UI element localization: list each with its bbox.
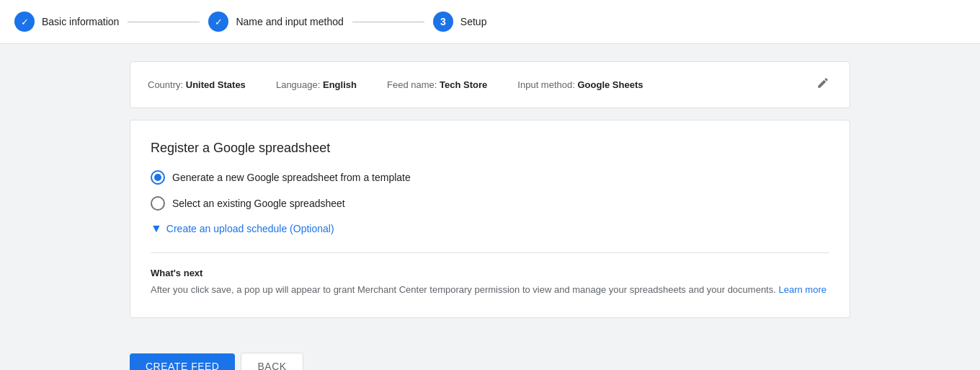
- whats-next-title: What's next: [151, 268, 829, 278]
- edit-icon: [816, 76, 829, 89]
- feed-name-field: Feed name: Tech Store: [387, 79, 490, 90]
- info-card: Country: United States Language: English…: [130, 61, 850, 108]
- info-card-text: Country: United States Language: English…: [148, 79, 814, 90]
- step-1-icon: ✓: [14, 12, 35, 32]
- input-method-label: Input method:: [517, 79, 575, 90]
- step-2-icon: ✓: [208, 12, 228, 32]
- action-buttons: CREATE FEED BACK: [0, 353, 980, 371]
- country-label: Country:: [148, 79, 183, 90]
- setup-card-title: Register a Google spreadsheet: [151, 141, 829, 156]
- radio-option-2[interactable]: Select an existing Google spreadsheet: [151, 196, 829, 211]
- whats-next-section: What's next After you click save, a pop …: [151, 268, 829, 297]
- step-1-label: Basic information: [42, 16, 119, 27]
- country-field: Country: United States: [148, 79, 248, 90]
- feed-name-label: Feed name:: [387, 79, 437, 90]
- step-1-checkmark: ✓: [21, 17, 29, 27]
- step-3-number: 3: [440, 16, 446, 27]
- whats-next-description: After you click save, a pop up will appe…: [151, 283, 829, 297]
- back-button[interactable]: BACK: [241, 353, 303, 371]
- step-3: 3 Setup: [433, 12, 487, 32]
- upload-schedule-label: Create an upload schedule (Optional): [166, 223, 334, 234]
- chevron-down-icon: ▼: [151, 222, 162, 235]
- step-1: ✓ Basic information: [14, 12, 119, 32]
- radio-2-circle[interactable]: [151, 196, 165, 211]
- feed-name-value: Tech Store: [440, 79, 487, 90]
- language-value: English: [323, 79, 357, 90]
- input-method-value: Google Sheets: [577, 79, 643, 90]
- edit-button[interactable]: [814, 74, 832, 96]
- step-connector-1: [128, 22, 200, 22]
- language-label: Language:: [276, 79, 320, 90]
- divider: [151, 252, 829, 253]
- step-2-checkmark: ✓: [215, 17, 223, 27]
- step-connector-2: [352, 22, 424, 22]
- radio-1-label: Generate a new Google spreadsheet from a…: [172, 172, 411, 183]
- step-3-label: Setup: [460, 16, 487, 27]
- upload-schedule[interactable]: ▼ Create an upload schedule (Optional): [151, 222, 829, 235]
- input-method-field: Input method: Google Sheets: [517, 79, 643, 90]
- radio-1-inner: [154, 174, 161, 181]
- learn-more-link[interactable]: Learn more: [778, 284, 826, 295]
- step-2-label: Name and input method: [236, 16, 343, 27]
- country-value: United States: [186, 79, 246, 90]
- step-2: ✓ Name and input method: [208, 12, 343, 32]
- radio-1-circle[interactable]: [151, 170, 165, 185]
- stepper: ✓ Basic information ✓ Name and input met…: [0, 0, 980, 44]
- create-feed-button[interactable]: CREATE FEED: [130, 353, 235, 371]
- radio-option-1[interactable]: Generate a new Google spreadsheet from a…: [151, 170, 829, 185]
- step-3-icon: 3: [433, 12, 453, 32]
- language-field: Language: English: [276, 79, 360, 90]
- main-content: Country: United States Language: English…: [0, 44, 980, 353]
- setup-card: Register a Google spreadsheet Generate a…: [130, 120, 850, 318]
- radio-2-label: Select an existing Google spreadsheet: [172, 198, 345, 209]
